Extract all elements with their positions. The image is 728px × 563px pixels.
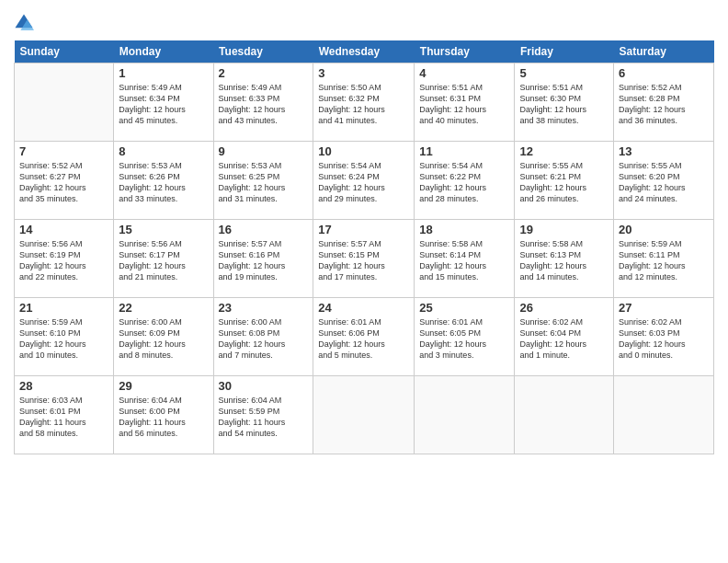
day-cell-28: 28Sunrise: 6:03 AM Sunset: 6:01 PM Dayli… <box>15 376 114 454</box>
day-cell-19: 19Sunrise: 5:58 AM Sunset: 6:13 PM Dayli… <box>515 220 614 298</box>
cell-info: Sunrise: 5:50 AM Sunset: 6:32 PM Dayligh… <box>318 82 409 127</box>
day-cell-9: 9Sunrise: 5:53 AM Sunset: 6:25 PM Daylig… <box>213 142 313 220</box>
day-number: 28 <box>19 379 108 393</box>
day-cell-4: 4Sunrise: 5:51 AM Sunset: 6:31 PM Daylig… <box>415 63 515 142</box>
day-cell-12: 12Sunrise: 5:55 AM Sunset: 6:21 PM Dayli… <box>515 142 614 220</box>
cell-info: Sunrise: 5:56 AM Sunset: 6:17 PM Dayligh… <box>119 238 208 283</box>
empty-cell <box>614 376 714 454</box>
day-cell-29: 29Sunrise: 6:04 AM Sunset: 6:00 PM Dayli… <box>114 376 213 454</box>
day-number: 13 <box>619 144 709 158</box>
cell-info: Sunrise: 6:01 AM Sunset: 6:05 PM Dayligh… <box>419 316 509 362</box>
cell-info: Sunrise: 6:04 AM Sunset: 5:59 PM Dayligh… <box>219 395 309 440</box>
day-number: 15 <box>119 223 208 236</box>
day-number: 26 <box>519 301 609 315</box>
day-number: 8 <box>119 144 208 158</box>
day-cell-25: 25Sunrise: 6:01 AM Sunset: 6:05 PM Dayli… <box>415 298 515 376</box>
cell-info: Sunrise: 5:51 AM Sunset: 6:31 PM Dayligh… <box>419 82 509 127</box>
day-number: 6 <box>619 66 709 80</box>
cell-info: Sunrise: 5:52 AM Sunset: 6:28 PM Dayligh… <box>619 82 709 127</box>
day-number: 17 <box>318 223 409 236</box>
day-cell-5: 5Sunrise: 5:51 AM Sunset: 6:30 PM Daylig… <box>515 63 614 142</box>
cell-info: Sunrise: 6:00 AM Sunset: 6:09 PM Dayligh… <box>119 316 208 362</box>
calendar-container: SundayMondayTuesdayWednesdayThursdayFrid… <box>0 0 728 563</box>
cell-info: Sunrise: 5:49 AM Sunset: 6:34 PM Dayligh… <box>119 82 208 127</box>
day-number: 22 <box>119 301 208 315</box>
day-cell-13: 13Sunrise: 5:55 AM Sunset: 6:20 PM Dayli… <box>614 142 714 220</box>
day-number: 20 <box>619 223 709 236</box>
day-cell-11: 11Sunrise: 5:54 AM Sunset: 6:22 PM Dayli… <box>415 142 515 220</box>
day-number: 30 <box>219 379 309 393</box>
empty-cell <box>15 63 114 142</box>
empty-cell <box>415 376 515 454</box>
cell-info: Sunrise: 6:00 AM Sunset: 6:08 PM Dayligh… <box>219 316 309 362</box>
cell-info: Sunrise: 5:59 AM Sunset: 6:11 PM Dayligh… <box>619 238 709 283</box>
day-cell-21: 21Sunrise: 5:59 AM Sunset: 6:10 PM Dayli… <box>15 298 114 376</box>
day-number: 5 <box>519 66 609 80</box>
day-number: 23 <box>219 301 309 315</box>
cell-info: Sunrise: 5:53 AM Sunset: 6:25 PM Dayligh… <box>219 160 309 205</box>
cell-info: Sunrise: 5:57 AM Sunset: 6:16 PM Dayligh… <box>219 238 309 283</box>
day-number: 12 <box>519 144 609 158</box>
day-header-saturday: Saturday <box>614 40 714 63</box>
day-number: 10 <box>318 144 409 158</box>
day-header-wednesday: Wednesday <box>313 40 415 63</box>
day-cell-23: 23Sunrise: 6:00 AM Sunset: 6:08 PM Dayli… <box>213 298 313 376</box>
day-number: 1 <box>119 66 208 80</box>
cell-info: Sunrise: 5:59 AM Sunset: 6:10 PM Dayligh… <box>19 316 108 362</box>
day-number: 16 <box>219 223 309 236</box>
cell-info: Sunrise: 6:04 AM Sunset: 6:00 PM Dayligh… <box>119 395 208 440</box>
day-cell-18: 18Sunrise: 5:58 AM Sunset: 6:14 PM Dayli… <box>415 220 515 298</box>
day-cell-22: 22Sunrise: 6:00 AM Sunset: 6:09 PM Dayli… <box>114 298 213 376</box>
day-cell-15: 15Sunrise: 5:56 AM Sunset: 6:17 PM Dayli… <box>114 220 213 298</box>
day-number: 3 <box>318 66 409 80</box>
cell-info: Sunrise: 5:51 AM Sunset: 6:30 PM Dayligh… <box>519 82 609 127</box>
logo <box>14 13 36 33</box>
cell-info: Sunrise: 6:01 AM Sunset: 6:06 PM Dayligh… <box>318 316 409 362</box>
day-header-tuesday: Tuesday <box>213 40 313 63</box>
cell-info: Sunrise: 5:55 AM Sunset: 6:20 PM Dayligh… <box>619 160 709 205</box>
day-cell-7: 7Sunrise: 5:52 AM Sunset: 6:27 PM Daylig… <box>15 142 114 220</box>
day-number: 25 <box>419 301 509 315</box>
day-number: 7 <box>19 144 108 158</box>
day-cell-10: 10Sunrise: 5:54 AM Sunset: 6:24 PM Dayli… <box>313 142 415 220</box>
day-number: 9 <box>219 144 309 158</box>
day-number: 4 <box>419 66 509 80</box>
cell-info: Sunrise: 5:54 AM Sunset: 6:24 PM Dayligh… <box>318 160 409 205</box>
day-number: 19 <box>519 223 609 236</box>
day-number: 2 <box>219 66 309 80</box>
cell-info: Sunrise: 5:58 AM Sunset: 6:14 PM Dayligh… <box>419 238 509 283</box>
day-number: 11 <box>419 144 509 158</box>
day-header-sunday: Sunday <box>15 40 114 63</box>
day-cell-3: 3Sunrise: 5:50 AM Sunset: 6:32 PM Daylig… <box>313 63 415 142</box>
cell-info: Sunrise: 6:03 AM Sunset: 6:01 PM Dayligh… <box>19 395 108 440</box>
page-header <box>14 9 714 33</box>
cell-info: Sunrise: 6:02 AM Sunset: 6:04 PM Dayligh… <box>519 316 609 362</box>
day-header-monday: Monday <box>114 40 213 63</box>
cell-info: Sunrise: 5:58 AM Sunset: 6:13 PM Dayligh… <box>519 238 609 283</box>
day-cell-24: 24Sunrise: 6:01 AM Sunset: 6:06 PM Dayli… <box>313 298 415 376</box>
cell-info: Sunrise: 5:49 AM Sunset: 6:33 PM Dayligh… <box>219 82 309 127</box>
cell-info: Sunrise: 5:54 AM Sunset: 6:22 PM Dayligh… <box>419 160 509 205</box>
day-number: 29 <box>119 379 208 393</box>
day-cell-6: 6Sunrise: 5:52 AM Sunset: 6:28 PM Daylig… <box>614 63 714 142</box>
day-header-thursday: Thursday <box>415 40 515 63</box>
day-number: 18 <box>419 223 509 236</box>
day-cell-27: 27Sunrise: 6:02 AM Sunset: 6:03 PM Dayli… <box>614 298 714 376</box>
empty-cell <box>515 376 614 454</box>
calendar-table: SundayMondayTuesdayWednesdayThursdayFrid… <box>14 40 714 454</box>
day-cell-8: 8Sunrise: 5:53 AM Sunset: 6:26 PM Daylig… <box>114 142 213 220</box>
day-cell-14: 14Sunrise: 5:56 AM Sunset: 6:19 PM Dayli… <box>15 220 114 298</box>
cell-info: Sunrise: 6:02 AM Sunset: 6:03 PM Dayligh… <box>619 316 709 362</box>
day-number: 27 <box>619 301 709 315</box>
cell-info: Sunrise: 5:56 AM Sunset: 6:19 PM Dayligh… <box>19 238 108 283</box>
day-header-friday: Friday <box>515 40 614 63</box>
day-cell-26: 26Sunrise: 6:02 AM Sunset: 6:04 PM Dayli… <box>515 298 614 376</box>
cell-info: Sunrise: 5:53 AM Sunset: 6:26 PM Dayligh… <box>119 160 208 205</box>
logo-icon <box>14 13 34 33</box>
empty-cell <box>313 376 415 454</box>
day-number: 14 <box>19 223 108 236</box>
day-cell-16: 16Sunrise: 5:57 AM Sunset: 6:16 PM Dayli… <box>213 220 313 298</box>
day-cell-30: 30Sunrise: 6:04 AM Sunset: 5:59 PM Dayli… <box>213 376 313 454</box>
day-cell-2: 2Sunrise: 5:49 AM Sunset: 6:33 PM Daylig… <box>213 63 313 142</box>
cell-info: Sunrise: 5:52 AM Sunset: 6:27 PM Dayligh… <box>19 160 108 205</box>
